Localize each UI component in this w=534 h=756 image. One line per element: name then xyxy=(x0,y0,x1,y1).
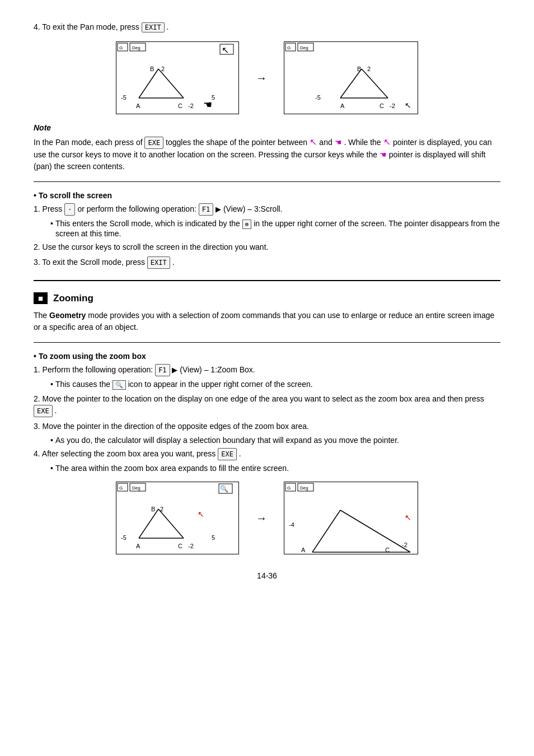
zoombox-step3: 3. Move the pointer in the direction of … xyxy=(34,421,500,432)
svg-line-53 xyxy=(340,510,410,552)
diagram-right-2: G Deg -4 A C -2 ↖ xyxy=(284,482,418,554)
svg-text:-2: -2 xyxy=(188,102,194,109)
zoombox-step2: 2. Move the pointer to the location on t… xyxy=(34,393,500,417)
divider-1 xyxy=(34,181,500,182)
svg-line-39 xyxy=(139,509,158,538)
arrow-1: → xyxy=(256,72,267,85)
svg-text:Deg: Deg xyxy=(300,45,308,50)
svg-text:-2: -2 xyxy=(402,542,407,548)
svg-text:↖: ↖ xyxy=(405,513,411,522)
svg-text:↖: ↖ xyxy=(222,45,229,55)
scroll-bullet-1: This enters the Scroll mode, which is in… xyxy=(50,219,500,238)
svg-line-41 xyxy=(158,509,184,538)
exit-key: EXIT xyxy=(142,22,165,32)
svg-text:↖: ↖ xyxy=(198,510,204,519)
svg-text:Deg: Deg xyxy=(300,486,308,491)
note-title: Note xyxy=(34,123,500,132)
diagram-left-2: G Deg 🔍 B 2 -5 5 A C -2 ↖ xyxy=(116,482,239,554)
pointer-hand-icon: ☚ xyxy=(335,138,344,147)
zoombox-bullet-3: The area within the zoom box area expand… xyxy=(50,464,500,473)
right-arrow-icon2: ▶ xyxy=(172,366,177,374)
svg-text:Deg: Deg xyxy=(132,45,140,50)
dot-key: · xyxy=(64,203,75,216)
scroll-step3: 3. To exit the Scroll mode, press EXIT . xyxy=(34,256,500,269)
svg-text:Deg: Deg xyxy=(132,486,140,491)
scroll-step2: 2. Use the cursor keys to scroll the scr… xyxy=(34,241,500,253)
svg-text:5: 5 xyxy=(212,534,215,541)
svg-text:C: C xyxy=(178,102,182,109)
diagram-right-1: G Deg B 2 -5 A C -2 ↖ xyxy=(284,41,418,114)
exe-key-zoombox2: EXE xyxy=(218,448,237,460)
svg-text:C: C xyxy=(380,102,384,109)
svg-text:G: G xyxy=(287,486,291,491)
zoom-intro-para: The Geometry mode provides you with a se… xyxy=(34,310,500,333)
arrow-2: → xyxy=(256,512,267,525)
svg-text:2: 2 xyxy=(161,66,165,72)
svg-text:B: B xyxy=(151,506,155,512)
exe-key-note: EXE xyxy=(144,137,163,149)
note-content: In the Pan mode, each press of EXE toggl… xyxy=(34,136,500,172)
scroll-icon: ⊕ xyxy=(242,220,252,229)
svg-text:-4: -4 xyxy=(289,521,294,528)
svg-text:G: G xyxy=(287,45,291,50)
svg-text:🔍: 🔍 xyxy=(220,484,228,493)
svg-text:G: G xyxy=(119,486,123,491)
pointer-hand-icon2: ☚ xyxy=(380,150,389,159)
svg-text:B: B xyxy=(150,66,154,72)
pointer-arrow-icon2: ↖ xyxy=(383,137,393,147)
svg-text:☚: ☚ xyxy=(203,99,212,110)
zoombox-title: To zoom using the zoom box xyxy=(34,352,500,361)
svg-text:↖: ↖ xyxy=(405,101,411,110)
exe-key-zoombox: EXE xyxy=(34,405,53,417)
diagram-row-2: G Deg 🔍 B 2 -5 5 A C -2 ↖ → G Deg xyxy=(34,482,500,554)
svg-text:A: A xyxy=(340,102,345,109)
divider-2 xyxy=(34,342,500,343)
step4-label: 4. To exit the Pan mode, press xyxy=(34,22,139,31)
svg-text:C: C xyxy=(178,543,182,549)
diagram-left-1: G Deg ↖ B 2 -5 5 A C -2 ☚ xyxy=(116,41,239,114)
svg-text:A: A xyxy=(301,547,306,553)
svg-text:-2: -2 xyxy=(390,102,395,109)
zoombox-bullet-1: This causes the 🔍 icon to appear in the … xyxy=(50,380,500,390)
svg-text:G: G xyxy=(119,45,123,50)
zoombox-bullet-2: As you do, the calculator will display a… xyxy=(50,436,500,445)
svg-text:B: B xyxy=(357,66,361,72)
zoom-icon: 🔍 xyxy=(113,380,126,390)
zoombox-step4: 4. After selecting the zoom box area you… xyxy=(34,448,500,460)
svg-line-8 xyxy=(139,69,158,98)
geometry-bold: Geometry xyxy=(49,311,86,320)
scroll-step1: 1. Press · or perform the following oper… xyxy=(34,203,500,216)
svg-text:-5: -5 xyxy=(315,94,321,101)
svg-text:-5: -5 xyxy=(121,94,127,101)
svg-text:A: A xyxy=(136,543,140,549)
svg-text:C: C xyxy=(385,547,390,553)
diagram-row-1: G Deg ↖ B 2 -5 5 A C -2 ☚ → G xyxy=(34,41,500,114)
major-divider-1 xyxy=(34,280,500,281)
zooming-header: ■ Zooming xyxy=(34,292,500,304)
svg-line-23 xyxy=(340,69,362,98)
svg-text:A: A xyxy=(136,102,140,109)
svg-text:-2: -2 xyxy=(188,543,194,549)
zooming-title: Zooming xyxy=(53,293,93,304)
svg-text:-5: -5 xyxy=(121,534,127,541)
exit-key-scroll: EXIT xyxy=(147,256,170,269)
f1-key-zoombox: F1 xyxy=(155,364,170,376)
svg-line-10 xyxy=(158,69,184,98)
page-number: 14-36 xyxy=(34,571,500,580)
zoombox-step1: 1. Perform the following operation: F1 ▶… xyxy=(34,364,500,376)
svg-line-25 xyxy=(362,69,388,98)
svg-line-52 xyxy=(312,510,340,552)
step4-line: 4. To exit the Pan mode, press EXIT . xyxy=(34,22,500,32)
f1-key-scroll: F1 xyxy=(199,203,213,216)
scroll-section-title: To scroll the screen xyxy=(34,191,500,200)
right-arrow-icon: ▶ xyxy=(216,205,221,213)
svg-text:2: 2 xyxy=(367,66,371,72)
pointer-arrow-icon: ↖ xyxy=(310,137,319,147)
zooming-box: ■ xyxy=(34,292,48,304)
